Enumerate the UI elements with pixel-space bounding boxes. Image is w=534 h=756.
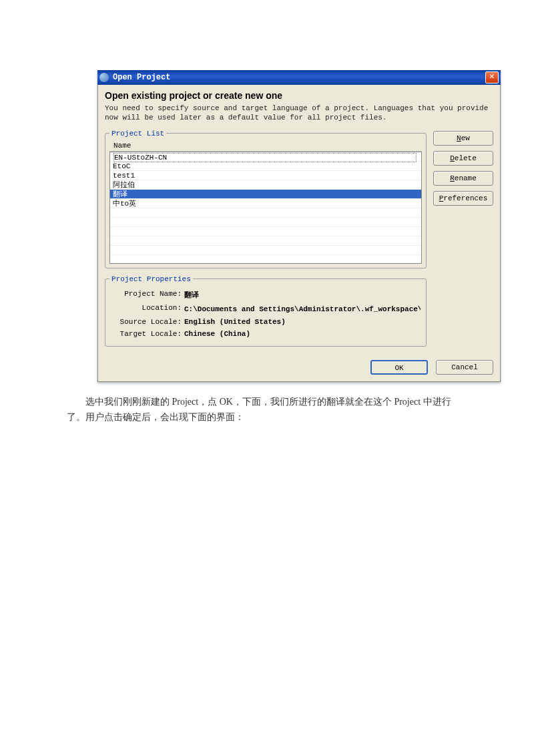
value-source-locale: English (United States) — [184, 318, 421, 326]
cancel-button[interactable]: Cancel — [436, 360, 493, 375]
project-list[interactable]: EN-UStoZH-CNEtoCtest1阿拉伯翻译中to英 — [109, 152, 422, 264]
value-project-name: 翻译 — [184, 290, 421, 300]
list-item[interactable]: test1 — [110, 171, 421, 180]
list-item[interactable] — [110, 208, 421, 218]
list-item[interactable]: 翻译 — [110, 190, 421, 199]
list-item[interactable] — [110, 246, 421, 255]
ok-button[interactable]: OK — [370, 360, 428, 375]
project-list-legend: Project List — [109, 130, 166, 138]
close-icon[interactable]: ✕ — [485, 71, 499, 83]
list-item[interactable]: EtoC — [110, 162, 421, 171]
label-location: Location: — [111, 304, 184, 314]
list-column-header: Name — [109, 140, 422, 152]
list-item[interactable]: 中to英 — [110, 199, 421, 208]
window-title: Open Project — [113, 73, 485, 82]
label-target-locale: Target Locale: — [111, 330, 184, 338]
open-project-dialog: Open Project ✕ Open existing project or … — [97, 70, 501, 382]
caption-text: 选中我们刚刚新建的 Project，点 OK，下面，我们所进行的翻译就全在这个 … — [67, 394, 467, 426]
app-icon — [99, 73, 109, 82]
delete-button[interactable]: Delete — [433, 151, 493, 166]
value-target-locale: Chinese (China) — [184, 330, 421, 338]
dialog-description: You need to specify source and target la… — [105, 104, 493, 123]
project-properties-group: Project Properties Project Name: 翻译 Loca… — [105, 275, 427, 347]
dialog-body: Open existing project or create new one … — [97, 85, 501, 382]
title-bar: Open Project ✕ — [97, 70, 501, 85]
list-item[interactable]: EN-UStoZH-CN — [110, 152, 421, 162]
list-item[interactable] — [110, 236, 421, 246]
label-project-name: Project Name: — [111, 290, 184, 300]
list-item[interactable]: 阿拉伯 — [110, 180, 421, 190]
project-list-group: Project List Name EN-UStoZH-CNEtoCtest1阿… — [105, 130, 427, 268]
project-properties-legend: Project Properties — [109, 275, 193, 283]
list-item[interactable] — [110, 227, 421, 236]
list-item[interactable] — [110, 218, 421, 227]
value-location: C:\Documents and Settings\Administrator\… — [184, 304, 421, 314]
new-button[interactable]: New — [433, 131, 493, 146]
preferences-button[interactable]: Preferences — [433, 191, 493, 206]
list-item[interactable] — [110, 255, 421, 264]
rename-button[interactable]: Rename — [433, 171, 493, 186]
label-source-locale: Source Locale: — [111, 318, 184, 326]
dialog-heading: Open existing project or create new one — [105, 90, 493, 101]
